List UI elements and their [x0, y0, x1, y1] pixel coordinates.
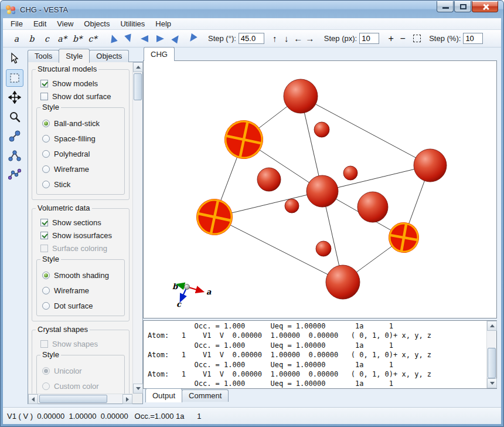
menu-item-objects[interactable]: Objects	[79, 18, 115, 29]
tab-objects[interactable]: Objects	[89, 50, 129, 62]
checkbox-show-shapes[interactable]: Show shapes	[40, 337, 127, 350]
rotate-left-button[interactable]	[137, 32, 152, 46]
atom-sphere[interactable]	[343, 166, 357, 180]
maximize-button[interactable]	[454, 1, 471, 12]
menu-item-view[interactable]: View	[52, 18, 79, 29]
rotate-cw-button[interactable]	[168, 32, 184, 46]
output-scroll-down-button[interactable]	[487, 378, 497, 388]
atom-section-cut[interactable]	[193, 195, 236, 239]
atom-sphere[interactable]	[314, 122, 329, 137]
radio-stick[interactable]: Stick	[42, 177, 123, 192]
atom-sphere[interactable]	[414, 149, 447, 182]
checkbox-show-sections[interactable]: Show sections	[40, 216, 127, 229]
angle-tool-button[interactable]	[6, 147, 23, 164]
translate-down-button[interactable]: ↓	[281, 33, 292, 43]
checkbox-show-dot-surface[interactable]: Show dot surface	[40, 90, 127, 103]
tab-style[interactable]: Style	[59, 49, 90, 63]
view-axis-c-button[interactable]: c	[39, 34, 55, 43]
rotate-down-button[interactable]	[121, 32, 137, 46]
atom-section-cut[interactable]	[386, 220, 421, 255]
side-panel-hscrollbar[interactable]	[28, 394, 132, 404]
title-bar[interactable]: CHG - VESTA	[1, 1, 503, 18]
fit-to-screen-button[interactable]	[413, 35, 421, 42]
close-button[interactable]	[472, 1, 498, 12]
view-axis-c-star-button[interactable]: c*	[85, 34, 100, 43]
structure-canvas[interactable]: abc	[144, 61, 496, 318]
atom-sphere[interactable]	[326, 265, 360, 299]
area-select-tool-button[interactable]	[6, 69, 23, 87]
output-line: Atom: 1 V1 V 0.00000 1.00000 0.00000 ( 0…	[148, 350, 486, 360]
radio-wireframe[interactable]: Wireframe	[42, 161, 123, 177]
radio-space-filling[interactable]: Space-filling	[42, 131, 123, 146]
tab-chg[interactable]: CHG	[144, 47, 175, 61]
radio-dot-surface[interactable]: Dot surface	[42, 298, 123, 313]
scroll-left-button[interactable]	[28, 394, 38, 404]
radio-circle	[42, 150, 50, 158]
view-axis-b-star-button[interactable]: b*	[70, 34, 85, 43]
structure-viewport[interactable]: abc	[143, 60, 497, 318]
group-structural-models: Structural modelsShow modelsShow dot sur…	[32, 69, 130, 200]
atom-sphere[interactable]	[257, 168, 281, 191]
hscroll-thumb[interactable]	[39, 395, 107, 403]
menu-item-file[interactable]: File	[5, 18, 28, 29]
view-axis-b-button[interactable]: b	[24, 34, 39, 43]
atom-sphere[interactable]	[316, 241, 331, 256]
side-panel-vscrollbar[interactable]	[132, 62, 142, 394]
group-crystal-shapes: Crystal shapesShow shapesStyleUnicolorCu…	[32, 330, 130, 394]
checkbox-show-models[interactable]: Show models	[40, 77, 127, 90]
distance-tool-button[interactable]	[6, 127, 23, 145]
atom-section-cut[interactable]	[221, 117, 267, 162]
tab-tools[interactable]: Tools	[28, 50, 59, 62]
menu-item-utilities[interactable]: Utilities	[115, 18, 150, 29]
radio-unicolor[interactable]: Unicolor	[42, 363, 123, 378]
rotate-ccw-button[interactable]	[184, 32, 200, 46]
atom-sphere[interactable]	[284, 79, 318, 113]
atom-sphere[interactable]	[285, 199, 299, 213]
tab-comment[interactable]: Comment	[182, 389, 229, 402]
output-line: Occ. = 1.000 Ueq = 1.00000 1a 1	[148, 360, 486, 370]
menu-item-edit[interactable]: Edit	[28, 18, 52, 29]
scroll-down-button[interactable]	[133, 384, 143, 394]
radio-ball-and-stick[interactable]: Ball-and-stick	[42, 116, 123, 131]
rotate-ccw-icon	[187, 33, 197, 44]
view-axis-a-star-button[interactable]: a*	[55, 34, 70, 43]
tab-output[interactable]: Output	[145, 388, 182, 402]
checkbox-show-isosurfaces[interactable]: Show isosurfaces	[40, 229, 127, 242]
radio-smooth-shading[interactable]: Smooth shading	[42, 267, 123, 283]
ctl-label: Stick	[54, 180, 70, 189]
rotate-down-icon	[124, 33, 133, 43]
scroll-right-button[interactable]	[122, 394, 132, 404]
step-pct-input[interactable]	[463, 33, 483, 44]
zoom-in-button[interactable]: +	[385, 33, 397, 44]
output-text[interactable]: Occ. = 1.000 Ueq = 1.00000 1a 1Atom: 1 V…	[144, 321, 486, 388]
atom-sphere[interactable]	[307, 175, 338, 207]
translate-right-button[interactable]: →	[304, 33, 316, 43]
rotate-right-button[interactable]	[152, 32, 168, 46]
radio-polyhedral[interactable]: Polyhedral	[42, 146, 123, 161]
dihedral-tool-button[interactable]	[6, 166, 23, 184]
select-tool-button[interactable]	[6, 50, 23, 67]
minimize-button[interactable]	[437, 1, 454, 12]
triangle-left-icon	[32, 397, 35, 402]
atom-sphere[interactable]	[357, 192, 388, 222]
output-vscroll-thumb[interactable]	[488, 348, 496, 378]
step-px-input[interactable]	[359, 33, 379, 44]
translate-left-button[interactable]: ←	[292, 33, 304, 43]
checkbox-surface-coloring[interactable]: Surface coloring	[40, 242, 127, 255]
translate-tool-button[interactable]	[6, 89, 23, 106]
menu-item-help[interactable]: Help	[150, 18, 176, 29]
group-structural-models-style: StyleBall-and-stickSpace-fillingPolyhedr…	[36, 107, 125, 195]
rotate-up-button[interactable]	[105, 32, 121, 46]
zoom-out-button[interactable]: −	[397, 33, 408, 44]
view-axis-a-button[interactable]: a	[9, 34, 24, 43]
magnify-tool-button[interactable]	[6, 108, 23, 126]
step-deg-input[interactable]	[239, 33, 264, 44]
radio-wireframe[interactable]: Wireframe	[42, 283, 123, 298]
translate-up-button[interactable]: ↑	[269, 33, 281, 43]
output-scroll-up-button[interactable]	[487, 321, 497, 331]
vscroll-thumb[interactable]	[134, 73, 142, 100]
ctl-label: Dot surface	[54, 301, 93, 310]
radio-custom-color[interactable]: Custom color	[42, 378, 123, 394]
output-vscrollbar[interactable]	[486, 321, 496, 388]
scroll-up-button[interactable]	[133, 62, 143, 72]
